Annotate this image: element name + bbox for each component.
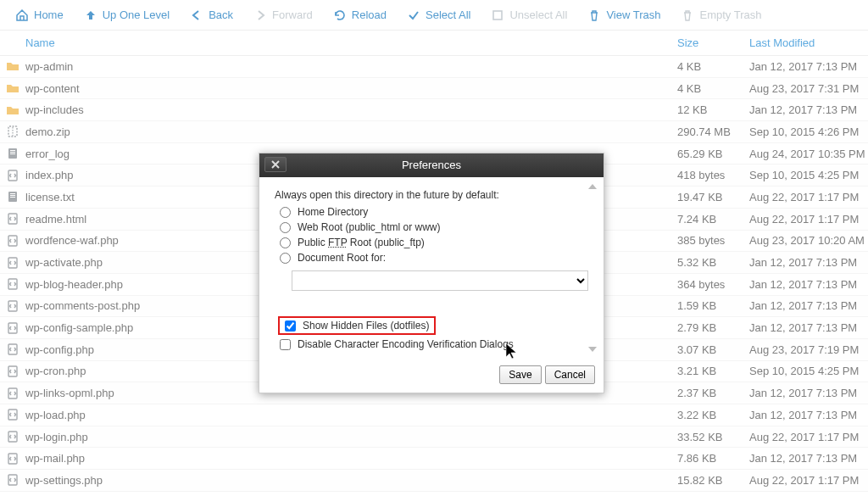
reload-icon (333, 8, 347, 22)
file-modified: Aug 22, 2017 1:17 PM (749, 191, 868, 203)
file-modified: Aug 23, 2017 7:19 PM (749, 343, 868, 356)
show-hidden-checkbox[interactable] (285, 320, 296, 332)
file-size: 364 bytes (677, 278, 749, 291)
back-icon (190, 8, 203, 22)
file-modified: Aug 22, 2017 1:17 PM (749, 213, 868, 226)
file-modified: Jan 12, 2017 7:13 PM (749, 278, 868, 291)
code-icon (0, 212, 25, 226)
file-row[interactable]: wp-includes12 KBJan 12, 2017 7:13 PM (0, 99, 868, 121)
file-modified: Aug 22, 2017 1:17 PM (749, 474, 868, 487)
radio-docroot-label: Document Root for: (298, 252, 386, 264)
disable-encoding-label: Disable Character Encoding Verification … (298, 338, 514, 350)
radio-webroot-label: Web Root (public_html or www) (298, 221, 441, 233)
dialog-close-button[interactable] (264, 157, 287, 172)
file-size: 1.59 KB (677, 299, 749, 312)
back-button[interactable]: Back (180, 0, 243, 31)
disable-encoding-row[interactable]: Disable Character Encoding Verification … (280, 338, 588, 350)
toolbar: Home Up One Level Back Forward Reload Se… (0, 0, 868, 31)
file-modified: Aug 24, 2017 10:35 PM (749, 148, 868, 160)
file-modified: Jan 12, 2017 7:13 PM (749, 452, 868, 465)
forward-icon (253, 8, 267, 22)
file-modified: Jan 12, 2017 7:13 PM (749, 299, 868, 312)
file-row[interactable]: wp-settings.php15.82 KBAug 22, 2017 1:17… (0, 470, 868, 492)
up-one-level-button[interactable]: Up One Level (74, 0, 181, 31)
file-modified: Sep 10, 2015 4:25 PM (749, 169, 868, 181)
file-modified: Jan 12, 2017 7:13 PM (749, 103, 868, 116)
scroll-down-icon (588, 347, 597, 352)
column-header-row: Name Size Last Modified (0, 31, 868, 56)
radio-document-root[interactable]: Document Root for: (280, 252, 588, 264)
show-hidden-files-row[interactable]: Show Hidden Files (dotfiles) (280, 316, 588, 335)
file-modified: Sep 10, 2015 4:26 PM (749, 125, 868, 138)
close-icon (270, 159, 281, 170)
cancel-button[interactable]: Cancel (545, 365, 595, 384)
empty-trash-label: Empty Trash (699, 8, 761, 21)
radio-webroot-input[interactable] (280, 222, 291, 233)
radio-home-directory[interactable]: Home Directory (280, 206, 588, 218)
txt-icon (0, 190, 25, 203)
file-modified: Jan 12, 2017 7:13 PM (749, 387, 868, 399)
file-size: 3.07 KB (677, 343, 749, 356)
home-button[interactable]: Home (5, 0, 74, 31)
radio-web-root[interactable]: Web Root (public_html or www) (280, 221, 588, 233)
file-name: demo.zip (25, 125, 677, 138)
reload-button[interactable]: Reload (323, 0, 397, 31)
file-name: wp-content (25, 82, 677, 95)
unselect-all-button: Unselect All (481, 0, 577, 31)
column-modified[interactable]: Last Modified (749, 36, 868, 49)
file-size: 33.52 KB (677, 431, 749, 443)
file-size: 4 KB (677, 82, 749, 95)
folder-icon (0, 103, 25, 117)
file-size: 5.32 KB (677, 256, 749, 269)
radio-public-ftp[interactable]: Public FTP Root (public_ftp) (280, 237, 588, 248)
disable-encoding-checkbox[interactable] (280, 339, 291, 350)
view-trash-label: View Trash (606, 8, 660, 21)
file-size: 290.74 MB (677, 125, 749, 138)
radio-home-label: Home Directory (298, 206, 368, 218)
file-name: wp-load.php (25, 409, 677, 421)
preferences-dialog: Preferences Always open this directory i… (259, 153, 604, 393)
select-all-button[interactable]: Select All (397, 0, 481, 31)
select-all-label: Select All (426, 8, 470, 21)
file-name: wp-login.php (25, 431, 677, 443)
code-icon (0, 256, 25, 270)
file-size: 7.24 KB (677, 213, 749, 226)
back-label: Back (209, 8, 233, 21)
file-size: 2.37 KB (677, 387, 749, 399)
column-size[interactable]: Size (677, 36, 749, 49)
code-icon (0, 452, 25, 465)
code-icon (0, 365, 25, 378)
file-row[interactable]: wp-load.php3.22 KBJan 12, 2017 7:13 PM (0, 404, 868, 426)
up-label: Up One Level (103, 8, 170, 21)
view-trash-button[interactable]: View Trash (577, 0, 670, 31)
save-button[interactable]: Save (499, 365, 541, 384)
file-row[interactable]: wp-mail.php7.86 KBJan 12, 2017 7:13 PM (0, 448, 868, 470)
file-row[interactable]: wp-signup.php29.22 KBJan 12, 2017 7:13 P… (0, 492, 868, 496)
radio-home-input[interactable] (280, 207, 291, 218)
unselect-all-label: Unselect All (509, 8, 567, 21)
file-row[interactable]: wp-login.php33.52 KBAug 22, 2017 1:17 PM (0, 426, 868, 449)
code-icon (0, 234, 25, 248)
uncheck-icon (491, 8, 504, 22)
dialog-titlebar[interactable]: Preferences (259, 153, 604, 177)
file-modified: Aug 23, 2017 7:31 PM (749, 82, 868, 95)
file-row[interactable]: wp-content4 KBAug 23, 2017 7:31 PM (0, 78, 868, 100)
file-modified: Aug 23, 2017 10:20 AM (749, 234, 868, 247)
file-modified: Jan 12, 2017 7:13 PM (749, 256, 868, 269)
file-modified: Aug 22, 2017 1:17 PM (749, 431, 868, 443)
file-name: wp-mail.php (25, 452, 677, 465)
up-icon (84, 8, 97, 22)
reload-label: Reload (352, 8, 387, 21)
file-size: 12 KB (677, 103, 749, 116)
home-label: Home (34, 8, 64, 21)
column-name[interactable]: Name (25, 36, 677, 49)
radio-ftp-input[interactable] (280, 237, 291, 248)
radio-docroot-input[interactable] (280, 253, 291, 264)
file-row[interactable]: wp-admin4 KBJan 12, 2017 7:13 PM (0, 56, 868, 78)
dialog-scrollbar[interactable] (588, 184, 600, 352)
file-modified: Jan 12, 2017 7:13 PM (749, 321, 868, 334)
document-root-select[interactable] (292, 270, 588, 291)
file-name: wp-admin (25, 60, 677, 73)
file-row[interactable]: demo.zip290.74 MBSep 10, 2015 4:26 PM (0, 121, 868, 143)
forward-button: Forward (243, 0, 323, 31)
